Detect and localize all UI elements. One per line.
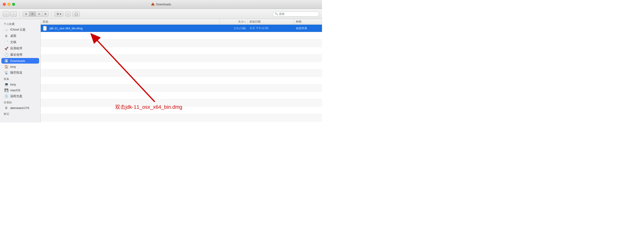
view-col2-button[interactable]: ⊠ [42, 12, 49, 17]
file-name-label: jdk-11_osx-x64_bin.dmg [50, 27, 82, 30]
file-area-wrapper: 其他 大小 ▾ 添加日期 种类 [41, 19, 322, 123]
documents-icon: 📄 [4, 40, 8, 44]
share-icon: ↑ [67, 12, 69, 16]
sidebar-item-alienware[interactable]: 🖥alienware17r5 [2, 105, 39, 111]
sidebar-item-label-tony-device: tony [10, 83, 16, 86]
traffic-lights [3, 3, 15, 6]
sidebar-item-label-downloads: Downloads [10, 59, 25, 63]
title-label: Downloads [156, 3, 171, 6]
svg-rect-0 [43, 26, 46, 31]
empty-row [41, 114, 322, 122]
downloads-icon: ⬇️ [4, 59, 8, 63]
file-area: 其他 大小 ▾ 添加日期 种类 [41, 19, 322, 123]
sidebar-item-desktop[interactable]: 🖥桌面 [2, 33, 39, 39]
file-icon [42, 26, 48, 31]
action-button[interactable]: ⚙ ▾ [54, 12, 63, 17]
sidebar-item-macos[interactable]: 💾macOS [2, 87, 39, 93]
file-list: jdk-11_osx-x64_bin.dmg 174.2 MB 今天 下午12:… [41, 25, 322, 123]
toolbar-divider-2 [52, 11, 52, 17]
macos-icon: 💾 [4, 88, 8, 92]
alienware-icon: 🖥 [4, 106, 8, 110]
recent-icon: 🕐 [4, 53, 8, 57]
sidebar-item-label-icloud: iCloud 云盘 [10, 28, 26, 32]
empty-row [41, 99, 322, 107]
empty-row [41, 69, 322, 77]
file-size-cell: 174.2 MB [220, 27, 248, 30]
empty-row [41, 62, 322, 69]
sidebar-item-label-desktop: 桌面 [10, 34, 16, 38]
toolbar: ‹ › ⊞ ☰ ⊟ ⊠ ⚙ ▾ ↑ ◯ 🔍 [0, 9, 322, 19]
sidebar-item-label-tony-fav: tony [10, 65, 16, 69]
sidebar-section-label: 设备 [0, 76, 40, 81]
view-col1-button[interactable]: ⊟ [36, 12, 42, 17]
close-button[interactable] [3, 3, 6, 6]
remote-disc-icon: 💿 [4, 94, 8, 98]
search-box[interactable]: 🔍 [273, 12, 319, 17]
share-button[interactable]: ↑ [65, 12, 71, 17]
sidebar-item-apps[interactable]: 🚀应用程序 [2, 45, 39, 52]
sidebar-section-label: 个人收藏 [0, 21, 40, 26]
icloud-icon: ☁️ [4, 28, 8, 32]
airdrop-icon: 📡 [4, 71, 8, 75]
empty-row [41, 40, 322, 47]
desktop-icon: 🖥 [4, 34, 8, 38]
empty-row [41, 55, 322, 62]
sidebar-section-label: 标记 [0, 111, 40, 116]
sidebar-item-label-apps: 应用程序 [10, 46, 22, 51]
maximize-button[interactable] [12, 3, 15, 6]
view-list-button[interactable]: ☰ [29, 12, 36, 17]
tag-icon: ◯ [75, 12, 78, 16]
nav-buttons: ‹ › [3, 12, 17, 17]
sidebar-item-label-airdrop: 隔空投送 [10, 71, 22, 75]
file-kind-cell: 磁盘映像 [294, 26, 322, 30]
forward-button[interactable]: › [10, 12, 17, 17]
tony-device-icon: 💻 [4, 82, 8, 86]
apps-icon: 🚀 [4, 47, 8, 50]
action-arrow-icon: ▾ [60, 12, 61, 16]
back-button[interactable]: ‹ [3, 12, 9, 17]
empty-row [41, 92, 322, 99]
sidebar-item-label-documents: 文稿 [10, 40, 16, 44]
window-title: 📥 Downloads [151, 3, 171, 6]
sidebar-item-documents[interactable]: 📄文稿 [2, 39, 39, 45]
empty-row [41, 32, 322, 40]
col-header-date[interactable]: 添加日期 [248, 19, 294, 25]
title-icon: 📥 [151, 3, 155, 6]
gear-icon: ⚙ [56, 12, 59, 16]
sidebar-section-label: 共享的 [0, 99, 40, 105]
titlebar: 📥 Downloads [0, 0, 322, 9]
sidebar-item-label-macos: macOS [10, 89, 20, 92]
sidebar-item-tony-fav[interactable]: 🏠tony [2, 64, 39, 69]
view-buttons: ⊞ ☰ ⊟ ⊠ [22, 12, 49, 17]
search-icon: 🔍 [275, 12, 278, 15]
col-header-size[interactable]: 大小 ▾ [220, 19, 248, 25]
sidebar-item-icloud[interactable]: ☁️iCloud 云盘 [2, 27, 39, 33]
col-header-name[interactable]: 其他 [41, 19, 220, 25]
empty-row [41, 77, 322, 84]
toolbar-divider-1 [20, 11, 20, 17]
empty-row [41, 84, 322, 92]
search-input[interactable] [279, 12, 317, 16]
main-content: 个人收藏☁️iCloud 云盘🖥桌面📄文稿🚀应用程序🕐最近使用⬇️Downloa… [0, 19, 322, 123]
tag-button[interactable]: ◯ [72, 12, 80, 17]
col-header-kind[interactable]: 种类 [294, 19, 322, 25]
empty-rows [41, 32, 322, 122]
sidebar-item-airdrop[interactable]: 📡隔空投送 [2, 70, 39, 76]
sidebar-item-label-recent: 最近使用 [10, 53, 22, 57]
file-name-cell: jdk-11_osx-x64_bin.dmg [41, 26, 220, 31]
sidebar-item-label-remote-disc: 远程光盘 [10, 94, 22, 98]
sidebar-item-remote-disc[interactable]: 💿远程光盘 [2, 93, 39, 99]
minimize-button[interactable] [8, 3, 10, 6]
sort-arrow-icon: ▾ [244, 21, 246, 23]
sidebar-item-downloads[interactable]: ⬇️Downloads [2, 58, 39, 64]
sidebar-item-label-alienware: alienware17r5 [10, 106, 29, 110]
view-icon-button[interactable]: ⊞ [22, 12, 29, 17]
sidebar-item-tony-device[interactable]: 💻tony [2, 82, 39, 87]
sidebar-item-recent[interactable]: 🕐最近使用 [2, 52, 39, 58]
empty-row [41, 107, 322, 114]
table-row[interactable]: jdk-11_osx-x64_bin.dmg 174.2 MB 今天 下午12:… [41, 25, 322, 32]
sidebar: 个人收藏☁️iCloud 云盘🖥桌面📄文稿🚀应用程序🕐最近使用⬇️Downloa… [0, 19, 41, 123]
column-headers: 其他 大小 ▾ 添加日期 种类 [41, 19, 322, 25]
file-date-cell: 今天 下午12:56 [248, 26, 294, 30]
tony-fav-icon: 🏠 [4, 65, 8, 69]
